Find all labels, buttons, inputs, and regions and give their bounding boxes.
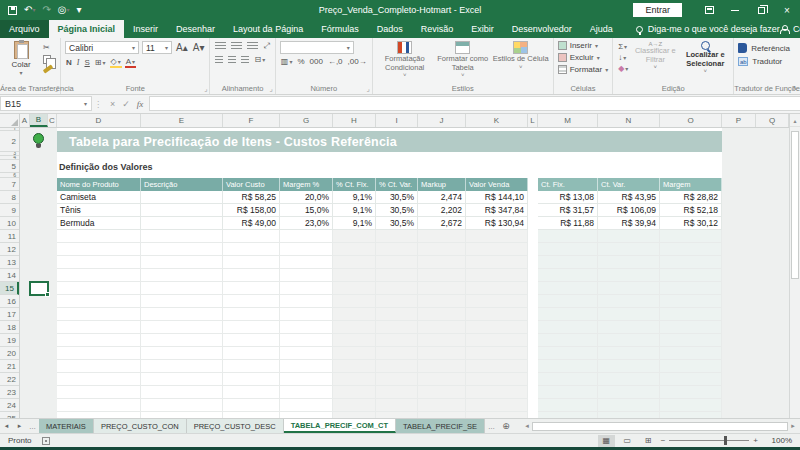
- table-cell[interactable]: 15,0%: [280, 204, 333, 217]
- fill-color-icon[interactable]: ◇▾: [110, 57, 122, 68]
- empty-cell[interactable]: [660, 373, 722, 386]
- empty-cell[interactable]: [598, 321, 660, 334]
- ribbon-tab-fórmulas[interactable]: Fórmulas: [312, 20, 368, 38]
- empty-cell[interactable]: [660, 399, 722, 412]
- column-header-F[interactable]: F: [223, 114, 280, 127]
- share-button[interactable]: Compartilhar: [780, 20, 800, 38]
- empty-cell[interactable]: [223, 243, 280, 256]
- empty-cell[interactable]: [376, 360, 418, 373]
- underline-button[interactable]: S: [83, 58, 90, 67]
- table-cell[interactable]: 2,672: [418, 217, 466, 230]
- scroll-up-icon[interactable]: ▴: [790, 114, 800, 127]
- empty-cell[interactable]: [376, 321, 418, 334]
- number-format-select[interactable]: ▾: [280, 41, 354, 54]
- empty-cell[interactable]: [333, 282, 376, 295]
- empty-cell[interactable]: [538, 256, 598, 269]
- empty-cell[interactable]: [466, 347, 528, 360]
- empty-cell[interactable]: [223, 386, 280, 399]
- sheet-prev-icon[interactable]: ◂: [0, 419, 13, 433]
- empty-cell[interactable]: [141, 256, 223, 269]
- empty-cell[interactable]: [376, 282, 418, 295]
- row-header-5[interactable]: 5: [0, 160, 19, 173]
- macro-record-icon[interactable]: [42, 437, 50, 445]
- empty-cell[interactable]: [280, 282, 333, 295]
- align-bottom-icon[interactable]: [246, 42, 259, 50]
- empty-cell[interactable]: [598, 256, 660, 269]
- empty-cell[interactable]: [333, 256, 376, 269]
- page-break-view-icon[interactable]: ⊞: [640, 435, 657, 447]
- empty-cell[interactable]: [660, 347, 722, 360]
- empty-cell[interactable]: [418, 308, 466, 321]
- empty-cell[interactable]: [141, 360, 223, 373]
- empty-cell[interactable]: [223, 334, 280, 347]
- ribbon-display-options-icon[interactable]: [696, 0, 722, 20]
- table-cell[interactable]: 30,5%: [376, 217, 418, 230]
- horizontal-scrollbar[interactable]: ◂ ▸: [522, 419, 798, 433]
- table-cell[interactable]: R$ 31,57: [538, 204, 598, 217]
- table-cell[interactable]: Camiseta: [57, 191, 141, 204]
- ribbon-tab-dados[interactable]: Dados: [368, 20, 412, 38]
- sheet-overflow-left[interactable]: …: [26, 419, 39, 433]
- table-cell[interactable]: [141, 217, 223, 230]
- alignment-dialog-launcher-icon[interactable]: ⌟: [270, 85, 273, 93]
- empty-cell[interactable]: [223, 282, 280, 295]
- empty-cell[interactable]: [280, 386, 333, 399]
- empty-cell[interactable]: [141, 243, 223, 256]
- empty-cell[interactable]: [280, 321, 333, 334]
- table-cell[interactable]: 2,202: [418, 204, 466, 217]
- orientation-icon[interactable]: ⤢: [262, 41, 270, 51]
- empty-cell[interactable]: [57, 399, 141, 412]
- row-header-9[interactable]: 9: [0, 204, 19, 217]
- empty-cell[interactable]: [598, 308, 660, 321]
- row-header-12[interactable]: 12: [0, 243, 19, 256]
- empty-cell[interactable]: [376, 230, 418, 243]
- empty-cell[interactable]: [223, 269, 280, 282]
- align-top-icon[interactable]: [214, 42, 227, 50]
- ribbon-tab-arquivo[interactable]: Arquivo: [0, 20, 49, 38]
- column-header-G[interactable]: G: [280, 114, 333, 127]
- empty-cell[interactable]: [660, 321, 722, 334]
- empty-cell[interactable]: [660, 295, 722, 308]
- sheet-tab-preço_custo_desc[interactable]: PREÇO_CUSTO_DESC: [187, 419, 284, 433]
- row-header-16[interactable]: 16: [0, 295, 19, 308]
- sheet-next-icon[interactable]: ▸: [13, 419, 26, 433]
- table-cell[interactable]: R$ 52,18: [660, 204, 722, 217]
- format-as-table-button[interactable]: Formatar como Tabela˅: [435, 41, 491, 82]
- font-size-select[interactable]: 11▾: [142, 41, 172, 54]
- table-cell[interactable]: 9,1%: [333, 217, 376, 230]
- empty-cell[interactable]: [280, 269, 333, 282]
- font-color-icon[interactable]: A▾: [125, 57, 136, 68]
- empty-cell[interactable]: [280, 295, 333, 308]
- row-header-24[interactable]: 24: [0, 399, 19, 412]
- percent-style-icon[interactable]: %: [296, 57, 305, 66]
- empty-cell[interactable]: [466, 243, 528, 256]
- empty-cell[interactable]: [141, 347, 223, 360]
- row-header-21[interactable]: 21: [0, 360, 19, 373]
- empty-cell[interactable]: [333, 360, 376, 373]
- column-header-P[interactable]: P: [722, 114, 756, 127]
- column-header-K[interactable]: K: [466, 114, 528, 127]
- table-cell[interactable]: 30,5%: [376, 191, 418, 204]
- empty-cell[interactable]: [598, 334, 660, 347]
- row-header-13[interactable]: 13: [0, 256, 19, 269]
- delete-cells-button[interactable]: Excluir▾: [558, 53, 608, 62]
- row-header-18[interactable]: 18: [0, 321, 19, 334]
- empty-cell[interactable]: [333, 321, 376, 334]
- sheet-tab-tabela_precif_se[interactable]: TABELA_PRECIF_SE: [396, 419, 485, 433]
- table-cell[interactable]: 30,5%: [376, 204, 418, 217]
- empty-cell[interactable]: [280, 373, 333, 386]
- ribbon-tab-desenvolvedor[interactable]: Desenvolvedor: [503, 20, 581, 38]
- empty-cell[interactable]: [598, 282, 660, 295]
- table-cell[interactable]: R$ 144,10: [466, 191, 528, 204]
- table-cell[interactable]: R$ 106,09: [598, 204, 660, 217]
- empty-cell[interactable]: [280, 360, 333, 373]
- empty-cell[interactable]: [223, 373, 280, 386]
- table-cell[interactable]: 23,0%: [280, 217, 333, 230]
- empty-cell[interactable]: [333, 295, 376, 308]
- empty-cell[interactable]: [141, 295, 223, 308]
- empty-cell[interactable]: [466, 386, 528, 399]
- empty-cell[interactable]: [598, 373, 660, 386]
- empty-cell[interactable]: [598, 347, 660, 360]
- row-header-20[interactable]: 20: [0, 347, 19, 360]
- empty-cell[interactable]: [223, 256, 280, 269]
